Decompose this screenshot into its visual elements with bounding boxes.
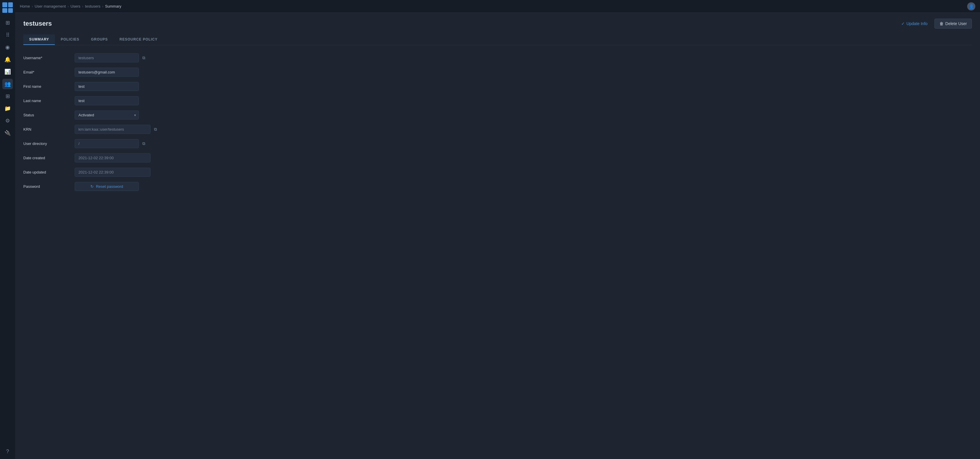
trash-icon: 🗑 <box>939 21 943 26</box>
sidebar: ⊞ ⠿ ◉ 🔔 📊 👥 ⊞ 📁 ⚙ 🔌 ? <box>0 0 15 459</box>
help-icon[interactable]: ? <box>2 446 13 457</box>
breadcrumb-users[interactable]: Users <box>71 4 81 8</box>
breadcrumb-testusers[interactable]: testusers <box>85 4 100 8</box>
krn-field-wrapper: ⧉ <box>75 125 222 134</box>
reset-password-button[interactable]: ↻ Reset password <box>75 182 139 191</box>
monitor-icon[interactable]: ◉ <box>2 42 13 52</box>
last-name-field-wrapper <box>75 96 222 105</box>
folder-icon[interactable]: 📁 <box>2 103 13 114</box>
date-created-row: Date created <box>23 153 222 162</box>
breadcrumb-home[interactable]: Home <box>20 4 30 8</box>
tab-resource-policy[interactable]: RESOURCE POLICY <box>114 34 163 45</box>
bell-icon[interactable]: 🔔 <box>2 54 13 65</box>
krn-copy-button[interactable]: ⧉ <box>153 126 158 133</box>
user-directory-label: User directory <box>23 141 70 146</box>
status-label: Status <box>23 113 70 117</box>
copy-icon: ⧉ <box>142 56 145 60</box>
email-row: Email* <box>23 68 222 77</box>
first-name-row: First name <box>23 82 222 91</box>
user-form: Username* ⧉ Email* First name <box>23 53 222 191</box>
breadcrumb-sep-3: › <box>82 5 83 8</box>
username-input[interactable] <box>75 53 139 62</box>
breadcrumb-user-management[interactable]: User management <box>35 4 66 8</box>
krn-row: KRN ⧉ <box>23 125 222 134</box>
status-select[interactable]: Activated Deactivated Suspended <box>75 111 139 119</box>
first-name-label: First name <box>23 84 70 89</box>
refresh-icon: ↻ <box>91 184 94 189</box>
status-field-wrapper: Activated Deactivated Suspended ▾ <box>75 111 222 119</box>
plugin-icon[interactable]: 🔌 <box>2 128 13 138</box>
status-row: Status Activated Deactivated Suspended ▾ <box>23 111 222 119</box>
user-directory-copy-button[interactable]: ⧉ <box>141 140 146 147</box>
user-directory-row: User directory ⧉ <box>23 139 222 148</box>
first-name-input[interactable] <box>75 82 139 91</box>
app-logo <box>2 2 13 13</box>
delete-user-button[interactable]: 🗑 Delete User <box>934 19 972 29</box>
topbar-right: 👤 <box>967 2 975 11</box>
date-created-input <box>75 153 151 162</box>
user-directory-input[interactable] <box>75 139 139 148</box>
page-header: testusers ✓ Update Info 🗑 Delete User <box>23 19 972 29</box>
page-title: testusers <box>23 20 52 27</box>
apps-icon[interactable]: ⠿ <box>2 30 13 40</box>
activity-icon[interactable]: 📊 <box>2 67 13 77</box>
krn-input[interactable] <box>75 125 151 134</box>
breadcrumb-summary: Summary <box>105 4 121 8</box>
username-copy-button[interactable]: ⧉ <box>141 54 146 62</box>
date-created-field-wrapper <box>75 153 222 162</box>
topbar: Home › User management › Users › testuse… <box>15 0 980 13</box>
check-icon: ✓ <box>901 21 905 26</box>
last-name-input[interactable] <box>75 96 139 105</box>
username-row: Username* ⧉ <box>23 53 222 62</box>
users-icon[interactable]: 👥 <box>2 79 13 89</box>
password-row: Password ↻ Reset password <box>23 182 222 191</box>
first-name-field-wrapper <box>75 82 222 91</box>
page-actions: ✓ Update Info 🗑 Delete User <box>898 19 972 29</box>
last-name-label: Last name <box>23 98 70 103</box>
breadcrumb-sep-4: › <box>102 5 103 8</box>
username-field-wrapper: ⧉ <box>75 53 222 62</box>
dashboard-icon[interactable]: ⊞ <box>2 17 13 28</box>
date-created-label: Date created <box>23 156 70 160</box>
tab-summary[interactable]: SUMMARY <box>23 34 55 45</box>
email-label: Email* <box>23 70 70 75</box>
date-updated-field-wrapper <box>75 168 222 177</box>
user-directory-field-wrapper: ⧉ <box>75 139 222 148</box>
username-label: Username* <box>23 56 70 60</box>
breadcrumb-sep-2: › <box>68 5 69 8</box>
date-updated-row: Date updated <box>23 168 222 177</box>
table-icon[interactable]: ⊞ <box>2 91 13 102</box>
status-select-wrapper: Activated Deactivated Suspended ▾ <box>75 111 139 119</box>
settings-icon[interactable]: ⚙ <box>2 116 13 126</box>
main-content: Home › User management › Users › testuse… <box>15 0 980 459</box>
password-field-wrapper: ↻ Reset password <box>75 182 222 191</box>
password-label: Password <box>23 184 70 189</box>
breadcrumb: Home › User management › Users › testuse… <box>20 4 121 8</box>
copy-icon: ⧉ <box>154 127 157 132</box>
email-field-wrapper <box>75 68 222 77</box>
breadcrumb-sep-1: › <box>32 5 33 8</box>
email-input[interactable] <box>75 68 139 77</box>
tabs: SUMMARY POLICIES GROUPS RESOURCE POLICY <box>23 34 972 45</box>
page-content: testusers ✓ Update Info 🗑 Delete User SU… <box>15 13 980 459</box>
copy-icon: ⧉ <box>142 141 145 146</box>
date-updated-input <box>75 168 151 177</box>
tab-groups[interactable]: GROUPS <box>85 34 114 45</box>
krn-label: KRN <box>23 127 70 132</box>
user-avatar[interactable]: 👤 <box>967 2 975 11</box>
date-updated-label: Date updated <box>23 170 70 175</box>
update-info-button[interactable]: ✓ Update Info <box>898 19 931 28</box>
last-name-row: Last name <box>23 96 222 105</box>
tab-policies[interactable]: POLICIES <box>55 34 85 45</box>
